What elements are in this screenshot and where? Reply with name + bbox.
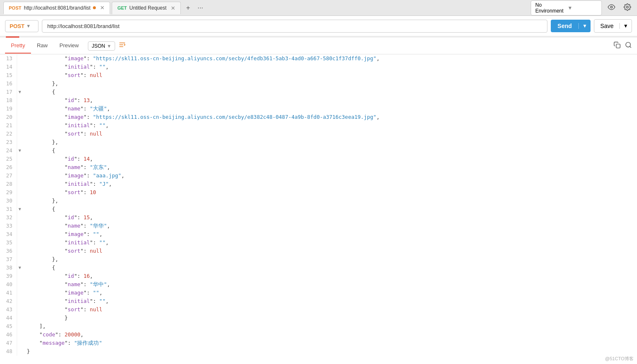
line-number: 28 xyxy=(0,180,17,188)
send-button[interactable]: Send ▼ xyxy=(551,20,591,32)
table-row: 27 "image": "aaa.jpg", xyxy=(0,172,637,180)
line-number: 21 xyxy=(0,121,17,130)
fold-arrow xyxy=(17,197,23,205)
fold-arrow xyxy=(17,113,23,121)
method-select[interactable]: POST ▼ xyxy=(5,20,39,32)
format-select[interactable]: JSON ▼ xyxy=(88,41,115,51)
fold-arrow xyxy=(17,172,23,180)
request-bar: POST ▼ Send ▼ Save ▼ xyxy=(0,16,637,36)
fold-arrow xyxy=(17,289,23,297)
line-number: 42 xyxy=(0,297,17,305)
tab-post[interactable]: POST http://localhost:8081/brand/list ✕ xyxy=(3,2,110,14)
line-content: "sort": null xyxy=(23,247,637,255)
line-content: }, xyxy=(23,138,637,146)
tab-close-icon[interactable]: ✕ xyxy=(100,5,105,11)
line-content: "initial": "", xyxy=(23,238,637,247)
line-content: "sort": null xyxy=(23,305,637,314)
tab-pretty[interactable]: Pretty xyxy=(5,38,31,54)
table-row: 43 "sort": null xyxy=(0,305,637,314)
save-button[interactable]: Save ▼ xyxy=(594,19,632,33)
line-content: "initial": "J", xyxy=(23,180,637,188)
tab-preview[interactable]: Preview xyxy=(54,38,85,54)
code-table: 13 "image": "https://skl11.oss-cn-beijin… xyxy=(0,54,637,356)
line-content: "image": "", xyxy=(23,289,637,297)
line-content: "name": "京东", xyxy=(23,163,637,172)
table-row: 17▼ { xyxy=(0,88,637,96)
line-number: 33 xyxy=(0,222,17,230)
line-number: 18 xyxy=(0,96,17,105)
table-row: 13 "image": "https://skl11.oss-cn-beijin… xyxy=(0,54,637,63)
gear-icon-button[interactable] xyxy=(621,2,634,14)
table-row: 34 "image": "", xyxy=(0,230,637,238)
line-content: { xyxy=(23,264,637,272)
eye-icon-button[interactable] xyxy=(605,2,618,14)
line-number: 37 xyxy=(0,255,17,264)
line-content: }, xyxy=(23,79,637,88)
line-content: "image": "https://skl11.oss-cn-beijing.a… xyxy=(23,54,637,63)
line-content: "sort": null xyxy=(23,130,637,138)
table-row: 35 "initial": "", xyxy=(0,238,637,247)
save-dropdown-arrow[interactable]: ▼ xyxy=(619,23,632,29)
fold-arrow xyxy=(17,238,23,247)
fold-arrow[interactable]: ▼ xyxy=(17,264,23,272)
svg-line-7 xyxy=(630,46,631,48)
line-number: 35 xyxy=(0,238,17,247)
table-row: 39 "id": 16, xyxy=(0,272,637,280)
line-number: 39 xyxy=(0,272,17,280)
table-row: 24▼ { xyxy=(0,146,637,155)
search-button[interactable] xyxy=(625,41,632,50)
send-dropdown-arrow[interactable]: ▼ xyxy=(578,23,591,29)
more-tabs-button[interactable]: ··· xyxy=(195,3,205,13)
table-row: 41 "image": "", xyxy=(0,289,637,297)
method-chevron-icon: ▼ xyxy=(26,23,31,28)
line-number: 17 xyxy=(0,88,17,96)
table-row: 40 "name": "华中", xyxy=(0,280,637,289)
table-row: 47 "message": "操作成功" xyxy=(0,339,637,347)
line-content: "image": "aaa.jpg", xyxy=(23,172,637,180)
line-number: 25 xyxy=(0,155,17,163)
table-row: 31▼ { xyxy=(0,205,637,213)
url-input[interactable] xyxy=(42,20,547,33)
svg-point-6 xyxy=(626,42,630,47)
fold-arrow xyxy=(17,230,23,238)
line-content: } xyxy=(23,314,637,322)
fold-arrow xyxy=(17,180,23,188)
method-badge-get: GET xyxy=(117,5,127,10)
table-row: 18 "id": 13, xyxy=(0,96,637,105)
copy-button[interactable] xyxy=(614,41,621,50)
env-label: No Environment xyxy=(535,2,565,14)
table-row: 45 ], xyxy=(0,322,637,331)
line-number: 14 xyxy=(0,63,17,71)
watermark: @51CTO博客 xyxy=(605,356,634,362)
tab-raw[interactable]: Raw xyxy=(31,38,54,54)
fold-arrow xyxy=(17,314,23,322)
add-tab-button[interactable]: + xyxy=(184,3,192,13)
env-selector[interactable]: No Environment ▼ xyxy=(531,0,602,15)
fold-arrow xyxy=(17,71,23,79)
fold-arrow[interactable]: ▼ xyxy=(17,205,23,213)
line-number: 40 xyxy=(0,280,17,289)
line-content: "id": 15, xyxy=(23,213,637,222)
line-content: "initial": "", xyxy=(23,121,637,130)
save-label: Save xyxy=(594,23,619,29)
code-area: 13 "image": "https://skl11.oss-cn-beijin… xyxy=(0,54,637,364)
line-content: "sort": 10 xyxy=(23,188,637,197)
line-number: 20 xyxy=(0,113,17,121)
table-row: 48} xyxy=(0,347,637,356)
line-number: 32 xyxy=(0,213,17,222)
tab-get-close-icon[interactable]: ✕ xyxy=(171,5,175,11)
table-row: 33 "name": "华华", xyxy=(0,222,637,230)
fold-arrow[interactable]: ▼ xyxy=(17,88,23,96)
table-row: 36 "sort": null xyxy=(0,247,637,255)
wrap-lines-button[interactable] xyxy=(118,41,126,51)
line-number: 48 xyxy=(0,347,17,356)
fold-arrow xyxy=(17,347,23,356)
fold-arrow xyxy=(17,322,23,331)
tab-post-url: http://localhost:8081/brand/list xyxy=(24,5,90,11)
tab-get[interactable]: GET Untitled Request ✕ xyxy=(112,2,180,14)
line-content: { xyxy=(23,146,637,155)
env-bar: No Environment ▼ xyxy=(531,0,634,15)
line-content: "id": 14, xyxy=(23,155,637,163)
fold-arrow[interactable]: ▼ xyxy=(17,146,23,155)
line-content: }, xyxy=(23,197,637,205)
